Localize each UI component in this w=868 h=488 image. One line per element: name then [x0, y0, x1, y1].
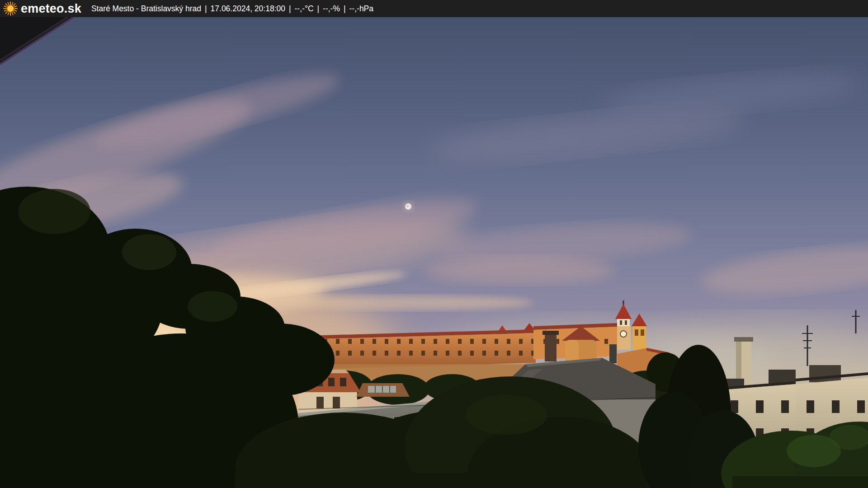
sunset-scene — [0, 17, 868, 488]
station-temperature: --,-°C — [295, 4, 314, 14]
separator: | — [317, 4, 320, 14]
webcam-image — [0, 17, 868, 488]
header-bar: emeteo.sk Staré Mesto - Bratislavský hra… — [0, 0, 868, 17]
moon — [403, 202, 413, 211]
separator: | — [289, 4, 291, 14]
station-status: Staré Mesto - Bratislavský hrad | 17.06.… — [91, 4, 373, 14]
station-datetime: 17.06.2024, 20:18:00 — [211, 4, 285, 14]
station-pressure: --,-hPa — [349, 4, 373, 14]
station-location: Staré Mesto - Bratislavský hrad — [91, 4, 201, 14]
separator: | — [205, 4, 207, 14]
separator: | — [344, 4, 346, 14]
site-logo[interactable]: emeteo.sk — [21, 2, 81, 16]
station-humidity: --,-% — [323, 4, 340, 14]
sun-icon — [3, 1, 18, 16]
webcam-page: emeteo.sk Staré Mesto - Bratislavský hra… — [0, 0, 868, 488]
